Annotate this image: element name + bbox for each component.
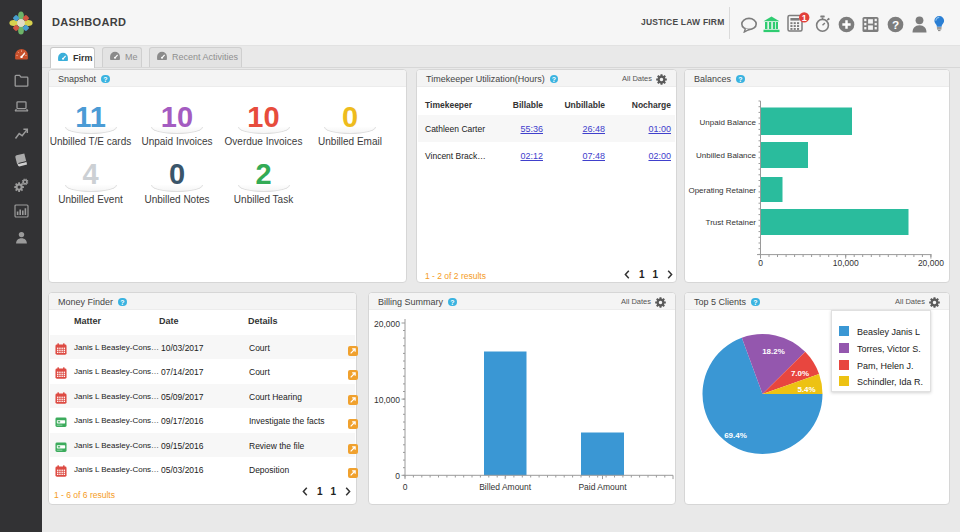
- svg-text:7.0%: 7.0%: [791, 369, 809, 378]
- svg-text:20,000: 20,000: [374, 319, 400, 329]
- svg-text:Unpaid Balance: Unpaid Balance: [700, 118, 757, 127]
- svg-text:0: 0: [395, 471, 400, 481]
- svg-text:Unbilled Balance: Unbilled Balance: [696, 151, 757, 160]
- svg-text:Billed Amount: Billed Amount: [479, 482, 532, 492]
- svg-text:1: 1: [802, 13, 807, 23]
- svg-text:5.4%: 5.4%: [797, 385, 815, 394]
- svg-text:Operating Retainer: Operating Retainer: [688, 186, 756, 195]
- svg-text:20,000: 20,000: [918, 258, 944, 268]
- svg-text:?: ?: [892, 18, 899, 32]
- svg-text:Paid Amount: Paid Amount: [578, 482, 627, 492]
- svg-text:0: 0: [758, 258, 763, 268]
- svg-text:18.2%: 18.2%: [762, 347, 785, 356]
- svg-text:10,000: 10,000: [833, 258, 859, 268]
- svg-text:69.4%: 69.4%: [724, 431, 747, 440]
- svg-text:10,000: 10,000: [374, 395, 400, 405]
- svg-text:Trust Retainer: Trust Retainer: [706, 218, 757, 227]
- svg-text:0: 0: [403, 482, 408, 492]
